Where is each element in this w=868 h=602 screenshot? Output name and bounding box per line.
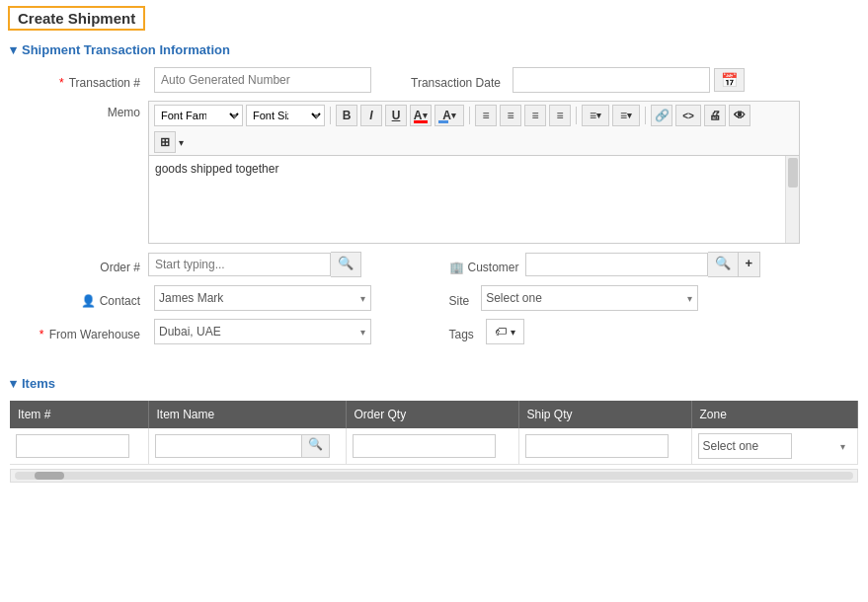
list-ul-button[interactable]: ≡▾ xyxy=(582,105,609,126)
customer-search-button[interactable]: 🔍 xyxy=(708,252,739,277)
item-name-cell: 3D Ball 🔍 xyxy=(148,428,346,465)
bg-color-chevron: ▾ xyxy=(451,111,456,120)
order-qty-input[interactable]: 0 xyxy=(353,434,497,458)
from-warehouse-dropdown[interactable]: Dubai, UAE ▾ xyxy=(154,319,371,344)
ship-qty-input[interactable]: 500 xyxy=(525,434,670,458)
list-ol-button[interactable]: ≡▾ xyxy=(612,105,640,126)
align-center-button[interactable]: ≡ xyxy=(500,105,521,126)
order-label: Order # xyxy=(20,256,148,274)
scrollbar-track xyxy=(15,472,853,480)
contact-dropdown[interactable]: James Mark ▾ xyxy=(154,285,371,311)
font-color-button[interactable]: A ▾ xyxy=(410,105,432,126)
zone-dropdown[interactable]: Select one ▾ xyxy=(698,433,852,459)
font-color-bar xyxy=(414,120,428,123)
scrollbar-thumb xyxy=(35,472,64,480)
bg-color-button[interactable]: A ▾ xyxy=(434,105,464,126)
item-num-input[interactable]: 36 xyxy=(16,434,129,458)
order-qty-cell: 0 xyxy=(346,428,518,465)
table-button[interactable]: ⊞ xyxy=(154,131,176,153)
item-name-group: 3D Ball 🔍 xyxy=(155,434,340,458)
font-family-dropdown[interactable]: Font Family ▾ xyxy=(154,105,243,126)
print-button[interactable]: 🖨 xyxy=(704,105,726,126)
item-num-cell: 36 xyxy=(10,428,148,465)
link-button[interactable]: 🔗 xyxy=(651,105,672,126)
table-row: 36 3D Ball 🔍 0 500 xyxy=(10,428,858,465)
zone-select[interactable]: Select one xyxy=(698,433,792,459)
memo-toolbar: Font Family ▾ Font Sizes ▾ B I U xyxy=(148,101,800,129)
memo-editor[interactable]: goods shipped together xyxy=(148,155,800,244)
bg-color-bar xyxy=(438,120,448,123)
shipment-section: ▾ Shipment Transaction Information * Tra… xyxy=(0,37,868,362)
transaction-label: * Transaction # xyxy=(20,71,148,90)
col-header-item-name: Item Name xyxy=(148,401,346,428)
code-button[interactable]: <> xyxy=(675,105,701,126)
section-header[interactable]: ▾ Shipment Transaction Information xyxy=(0,37,868,63)
toolbar-sep-2 xyxy=(469,107,470,124)
align-left-button[interactable]: ≡ xyxy=(475,105,497,126)
transaction-date-input[interactable]: 09/21/2016 xyxy=(513,67,710,93)
bold-button[interactable]: B xyxy=(336,105,357,126)
order-search-button[interactable]: 🔍 xyxy=(331,252,361,277)
col-header-ship-qty: Ship Qty xyxy=(518,401,691,428)
italic-button[interactable]: I xyxy=(360,105,382,126)
calendar-icon[interactable]: 📅 xyxy=(714,68,745,92)
align-justify-button[interactable]: ≡ xyxy=(549,105,571,126)
memo-scrollbar-thumb xyxy=(788,158,798,188)
items-chevron-icon: ▾ xyxy=(10,376,17,391)
eye-button[interactable]: 👁 xyxy=(729,105,750,126)
toolbar-sep-3 xyxy=(576,107,577,124)
memo-scrollbar[interactable] xyxy=(785,156,799,243)
contact-select[interactable]: James Mark xyxy=(154,285,371,311)
memo-content: goods shipped together xyxy=(155,162,781,176)
from-warehouse-select[interactable]: Dubai, UAE xyxy=(154,319,371,344)
customer-input[interactable]: James Mark xyxy=(525,253,708,276)
customer-input-group: James Mark 🔍 + xyxy=(525,252,761,277)
items-section: ▾ Items Item # Item Name Order Qty Ship … xyxy=(0,370,868,483)
col-header-zone: Zone xyxy=(691,401,858,428)
site-label: Site xyxy=(449,289,476,308)
tags-label: Tags xyxy=(449,323,480,341)
contact-icon: 👤 xyxy=(81,294,96,308)
font-color-chevron: ▾ xyxy=(423,111,428,120)
order-input-group: 🔍 xyxy=(148,252,361,277)
order-input[interactable] xyxy=(148,253,331,276)
customer-icon: 🏢 xyxy=(449,261,464,274)
chevron-down-icon: ▾ xyxy=(10,42,17,57)
from-warehouse-label: * From Warehouse xyxy=(20,323,148,341)
toolbar-sep-1 xyxy=(330,107,331,124)
items-table: Item # Item Name Order Qty Ship Qty Zone… xyxy=(10,401,858,465)
col-header-item-num: Item # xyxy=(10,401,148,428)
zone-cell: Select one ▾ xyxy=(691,428,858,465)
transaction-input[interactable] xyxy=(154,67,371,93)
tags-chevron: ▾ xyxy=(511,327,515,338)
item-name-input[interactable]: 3D Ball xyxy=(155,434,303,458)
contact-label: 👤 Contact xyxy=(20,289,148,308)
ship-qty-cell: 500 xyxy=(518,428,691,465)
customer-label: 🏢 Customer xyxy=(449,256,525,274)
col-header-order-qty: Order Qty xyxy=(346,401,518,428)
transaction-date-label: Transaction Date xyxy=(411,71,507,90)
toolbar-sep-4 xyxy=(645,107,646,124)
site-dropdown[interactable]: Select one ▾ xyxy=(481,285,698,311)
zone-chevron: ▾ xyxy=(840,441,845,452)
underline-button[interactable]: U xyxy=(385,105,407,126)
table-chevron[interactable]: ▾ xyxy=(179,137,184,148)
customer-add-button[interactable]: + xyxy=(739,252,761,277)
tags-button[interactable]: 🏷 ▾ xyxy=(486,319,524,344)
font-sizes-dropdown[interactable]: Font Sizes ▾ xyxy=(246,105,325,126)
tag-icon: 🏷 xyxy=(495,325,507,339)
toolbar-row2: ⊞ ▾ xyxy=(148,129,800,155)
memo-label: Memo xyxy=(20,101,148,119)
site-select[interactable]: Select one xyxy=(481,285,698,311)
item-name-search-button[interactable]: 🔍 xyxy=(302,434,330,458)
page-title: Create Shipment xyxy=(8,6,145,31)
horizontal-scrollbar[interactable] xyxy=(10,469,858,483)
align-right-button[interactable]: ≡ xyxy=(524,105,546,126)
items-section-header[interactable]: ▾ Items xyxy=(0,370,868,397)
